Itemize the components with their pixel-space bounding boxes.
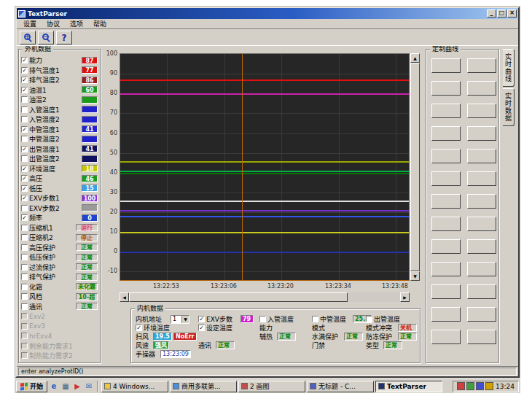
outdoor-row-checkbox[interactable]: ✓ xyxy=(21,195,28,201)
tray-icon-3[interactable] xyxy=(476,382,484,390)
title-bar[interactable]: TextParser _□× xyxy=(17,8,518,19)
outdoor-row-checkbox[interactable] xyxy=(21,254,28,260)
taskbar-clock[interactable]: 13:24 xyxy=(496,383,515,390)
h-scroll-left-button[interactable]: ◀ xyxy=(120,292,129,302)
custom-curve-slot[interactable] xyxy=(431,171,461,186)
menu-item-protocol[interactable]: 协议 xyxy=(42,18,65,29)
outdoor-row-checkbox[interactable] xyxy=(21,244,28,251)
close-button[interactable]: × xyxy=(507,9,517,18)
menu-item-options[interactable]: 选项 xyxy=(65,18,88,29)
chart-plot[interactable] xyxy=(120,53,410,281)
indoor-check[interactable]: 入管温度 xyxy=(259,315,294,323)
menu-item-help[interactable]: 帮助 xyxy=(88,18,112,29)
outdoor-row-checkbox[interactable] xyxy=(21,273,28,280)
custom-curve-slot[interactable] xyxy=(467,81,496,96)
indoor-check[interactable]: ✓设定温度 xyxy=(198,324,232,332)
zoom-in-button[interactable]: + xyxy=(20,31,36,44)
outdoor-row-checkbox[interactable]: ✓ xyxy=(21,146,28,152)
indoor-check[interactable]: 中管温度 xyxy=(312,315,346,323)
custom-curve-slot[interactable] xyxy=(467,239,496,254)
task-button-3[interactable]: 无标题 - C... xyxy=(307,381,374,392)
outdoor-row-checkbox[interactable] xyxy=(21,303,28,310)
custom-curve-slot[interactable] xyxy=(467,262,496,276)
custom-curve-slot[interactable] xyxy=(431,104,461,118)
task-button-0[interactable]: 4 Windows... xyxy=(101,381,168,392)
v-scroll-up-button[interactable]: ▲ xyxy=(410,53,420,63)
indoor-checkbox[interactable] xyxy=(366,316,372,322)
h-scroll-right-button[interactable]: ▶ xyxy=(400,292,410,302)
custom-curve-slot[interactable] xyxy=(467,149,496,163)
custom-curve-slot[interactable] xyxy=(431,126,461,141)
start-button[interactable]: 开始 xyxy=(16,381,47,392)
outdoor-row-checkbox[interactable]: ✓ xyxy=(21,126,28,133)
custom-curve-slot[interactable] xyxy=(467,126,496,141)
outdoor-row-checkbox[interactable] xyxy=(21,106,28,113)
custom-curve-slot[interactable] xyxy=(467,330,496,344)
side-tab-realtime-curve[interactable]: 实时曲线 xyxy=(503,49,515,87)
outdoor-row-checkbox[interactable]: ✓ xyxy=(21,77,28,83)
indoor-select[interactable]: 1▼ xyxy=(171,315,189,324)
custom-curve-slot[interactable] xyxy=(467,104,496,118)
outdoor-row-checkbox[interactable]: ✓ xyxy=(21,185,28,192)
task-button-2[interactable]: 2 画图 xyxy=(238,381,305,392)
custom-curve-slot[interactable] xyxy=(431,284,461,299)
outdoor-row-checkbox[interactable]: ✓ xyxy=(21,214,28,221)
indoor-checkbox[interactable]: ✓ xyxy=(198,316,205,322)
custom-curve-slot[interactable] xyxy=(431,194,461,209)
custom-curve-slot[interactable] xyxy=(431,239,461,254)
v-scroll-down-button[interactable]: ▼ xyxy=(410,271,420,281)
outdoor-row-checkbox[interactable] xyxy=(21,205,28,211)
indoor-checkbox[interactable]: ✓ xyxy=(198,325,205,331)
custom-curve-slot[interactable] xyxy=(431,330,461,344)
media-player-icon[interactable]: ▶ xyxy=(72,381,82,392)
minimize-button[interactable]: _ xyxy=(487,9,496,18)
v-scroll-thumb[interactable] xyxy=(410,63,420,271)
ie-icon[interactable]: e xyxy=(49,381,59,392)
menu-item-settings[interactable]: 设置 xyxy=(18,18,42,29)
tray-icon-4[interactable] xyxy=(485,382,493,390)
custom-curve-slot[interactable] xyxy=(467,307,496,322)
tray-icon-2[interactable] xyxy=(466,382,474,390)
custom-curve-slot[interactable] xyxy=(431,262,461,276)
outdoor-row-checkbox[interactable]: ✓ xyxy=(21,67,28,74)
outdoor-row-checkbox[interactable]: ✓ xyxy=(21,57,28,63)
help-button[interactable]: ? xyxy=(56,31,72,44)
custom-curve-slot[interactable] xyxy=(467,284,496,299)
task-button-4[interactable]: TextParser xyxy=(375,381,442,392)
chart-cursor[interactable] xyxy=(242,54,243,280)
outdoor-row-checkbox[interactable] xyxy=(21,284,28,290)
custom-curve-slot[interactable] xyxy=(431,149,461,163)
outdoor-row-checkbox[interactable] xyxy=(21,234,28,241)
zoom-out-button[interactable]: − xyxy=(38,31,54,44)
dropdown-arrow-icon[interactable]: ▼ xyxy=(181,316,189,323)
indoor-check[interactable]: ✓环境温度 xyxy=(136,324,170,332)
outdoor-row-checkbox[interactable] xyxy=(21,116,28,123)
side-tab-realtime-data[interactable]: 实时数据 xyxy=(503,88,515,126)
custom-curve-slot[interactable] xyxy=(467,217,496,231)
show-desktop-icon[interactable]: ▦ xyxy=(60,381,71,392)
custom-curve-slot[interactable] xyxy=(431,307,461,322)
custom-curve-slot[interactable] xyxy=(431,217,461,231)
outdoor-row-checkbox[interactable] xyxy=(21,136,28,142)
custom-curve-slot[interactable] xyxy=(431,81,461,96)
outdoor-row-checkbox[interactable]: ✓ xyxy=(21,87,28,93)
indoor-checkbox[interactable] xyxy=(312,316,318,322)
task-button-1[interactable]: 商用多联第... xyxy=(170,381,237,392)
outdoor-row-checkbox[interactable] xyxy=(21,155,28,162)
maximize-button[interactable]: □ xyxy=(497,9,506,18)
h-scrollbar[interactable]: ◀▶ xyxy=(120,292,410,302)
custom-curve-slot[interactable] xyxy=(467,171,496,186)
indoor-check[interactable]: ✓EXV步数 xyxy=(198,315,232,323)
indoor-checkbox[interactable]: ✓ xyxy=(136,325,142,331)
outdoor-row-checkbox[interactable] xyxy=(21,293,28,300)
outdoor-row-checkbox[interactable] xyxy=(21,96,28,103)
custom-curve-slot[interactable] xyxy=(467,58,496,73)
v-scrollbar[interactable]: ▲▼ xyxy=(410,53,420,281)
mail-icon[interactable]: ✉ xyxy=(84,381,94,392)
tray-icon-1[interactable] xyxy=(457,382,465,390)
h-scroll-thumb[interactable] xyxy=(129,292,348,302)
outdoor-row-checkbox[interactable] xyxy=(21,225,28,231)
outdoor-row-checkbox[interactable]: ✓ xyxy=(21,175,28,182)
custom-curve-slot[interactable] xyxy=(467,194,496,209)
outdoor-row-checkbox[interactable]: ✓ xyxy=(21,166,28,172)
